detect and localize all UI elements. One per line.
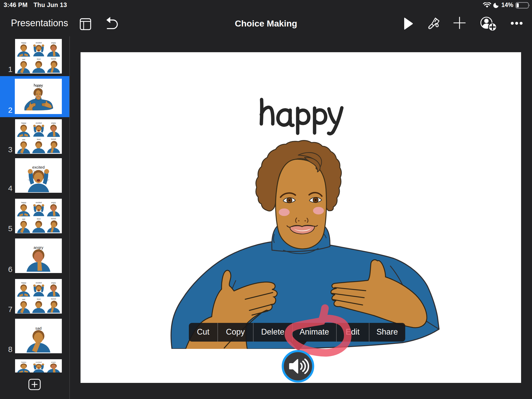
svg-text:angry: angry	[34, 245, 43, 250]
svg-text:excited: excited	[32, 165, 45, 169]
svg-text:sad: sad	[35, 326, 42, 330]
